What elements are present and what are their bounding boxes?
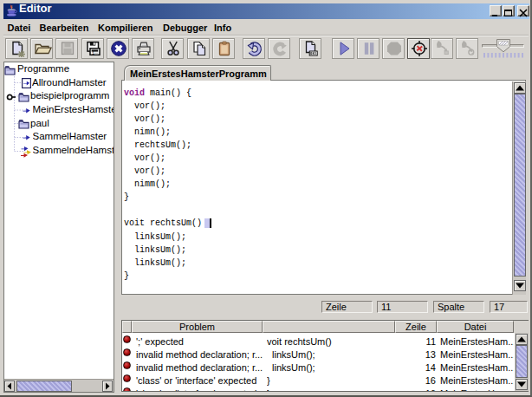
svg-text:1: 1 bbox=[92, 51, 94, 56]
